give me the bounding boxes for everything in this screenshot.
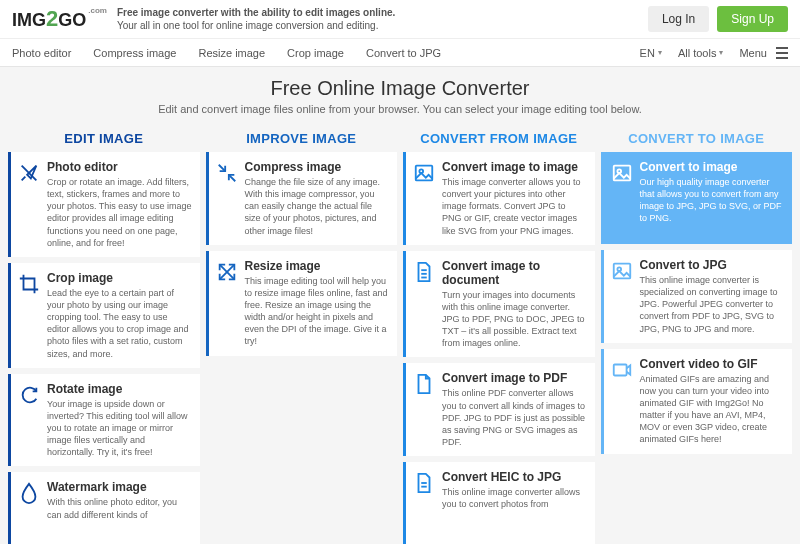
page-subtitle: Edit and convert image files online from… [12, 103, 788, 115]
card-body: Convert video to GIF Animated GIFs are a… [640, 357, 785, 446]
card-desc: This online image converter allows you t… [442, 486, 587, 510]
card-desc: This online image converter is specializ… [640, 274, 785, 335]
subnav-left: Photo editor Compress image Resize image… [12, 47, 441, 59]
all-tools-label: All tools [678, 47, 717, 59]
card-body: Convert image to PDF This online PDF con… [442, 371, 587, 448]
subnav-photo-editor[interactable]: Photo editor [12, 47, 71, 59]
subnav-crop[interactable]: Crop image [287, 47, 344, 59]
columns: EDIT IMAGE Photo editor Crop or rotate a… [0, 121, 800, 544]
card-photo-editor[interactable]: Photo editor Crop or rotate an image. Ad… [8, 152, 200, 257]
doc-icon [412, 470, 436, 544]
card-convert-to-image[interactable]: Convert to image Our high quality image … [601, 152, 793, 244]
login-button[interactable]: Log In [648, 6, 709, 32]
menu-button[interactable]: Menu [739, 47, 788, 59]
card-body: Watermark image With this online photo e… [47, 480, 192, 544]
header-right: Log In Sign Up [648, 6, 788, 32]
all-tools[interactable]: All tools [678, 47, 724, 59]
card-convert-to-jpg[interactable]: Convert to JPG This online image convert… [601, 250, 793, 343]
crop-icon [17, 271, 41, 360]
svg-rect-7 [613, 166, 630, 181]
col-header-improve[interactable]: IMPROVE IMAGE [206, 125, 398, 152]
col-to: CONVERT TO IMAGE Convert to image Our hi… [601, 125, 793, 544]
tagline-sub: Your all in one tool for online image co… [117, 20, 378, 31]
card-desc: This image converter allows you to conve… [442, 176, 587, 237]
card-body: Resize image This image editing tool wil… [245, 259, 390, 348]
card-body: Convert image to image This image conver… [442, 160, 587, 237]
pdf-icon [412, 371, 436, 448]
svg-rect-0 [416, 166, 433, 181]
water-icon [17, 480, 41, 544]
card-img-to-doc[interactable]: Convert image to document Turn your imag… [403, 251, 595, 358]
page-title: Free Online Image Converter [12, 77, 788, 100]
card-body: Photo editor Crop or rotate an image. Ad… [47, 160, 192, 249]
card-body: Convert image to document Turn your imag… [442, 259, 587, 350]
header-left: IMG2GO.com Free image converter with the… [12, 6, 395, 32]
card-title: Convert to JPG [640, 258, 785, 272]
col-edit: EDIT IMAGE Photo editor Crop or rotate a… [8, 125, 200, 544]
card-crop[interactable]: Crop image Lead the eye to a certain par… [8, 263, 200, 368]
lang-switch[interactable]: EN [640, 47, 662, 59]
resize-icon [215, 259, 239, 348]
col-from: CONVERT FROM IMAGE Convert image to imag… [403, 125, 595, 544]
subnav-right: EN All tools Menu [640, 47, 788, 59]
col-improve: IMPROVE IMAGE Compress image Change the … [206, 125, 398, 544]
rotate-icon [17, 382, 41, 459]
card-img-to-pdf[interactable]: Convert image to PDF This online PDF con… [403, 363, 595, 456]
card-watermark[interactable]: Watermark image With this online photo e… [8, 472, 200, 544]
signup-button[interactable]: Sign Up [717, 6, 788, 32]
card-body: Convert to JPG This online image convert… [640, 258, 785, 335]
card-desc: Our high quality image converter that al… [640, 176, 785, 225]
card-desc: This online PDF converter allows you to … [442, 387, 587, 448]
hamburger-icon [776, 47, 788, 59]
card-body: Convert to image Our high quality image … [640, 160, 785, 236]
card-title: Crop image [47, 271, 192, 285]
image-icon [610, 258, 634, 335]
card-img-to-img[interactable]: Convert image to image This image conver… [403, 152, 595, 245]
card-rotate[interactable]: Rotate image Your image is upside down o… [8, 374, 200, 467]
logo[interactable]: IMG2GO.com [12, 6, 107, 32]
compress-icon [215, 160, 239, 237]
card-desc: Change the file size of any image. With … [245, 176, 390, 237]
card-compress[interactable]: Compress image Change the file size of a… [206, 152, 398, 245]
logo-two: 2 [46, 6, 58, 32]
logo-tld: .com [88, 6, 107, 15]
logo-img: IMG [12, 10, 46, 31]
image-icon [610, 160, 634, 236]
tagline: Free image converter with the ability to… [117, 6, 395, 32]
card-title: Convert video to GIF [640, 357, 785, 371]
card-desc: This image editing tool will help you to… [245, 275, 390, 348]
subnav-convert-jpg[interactable]: Convert to JPG [366, 47, 441, 59]
top-header: IMG2GO.com Free image converter with the… [0, 0, 800, 39]
card-body: Compress image Change the file size of a… [245, 160, 390, 237]
card-title: Convert image to PDF [442, 371, 587, 385]
col-header-edit[interactable]: EDIT IMAGE [8, 125, 200, 152]
subnav-resize[interactable]: Resize image [198, 47, 265, 59]
card-body: Convert HEIC to JPG This online image co… [442, 470, 587, 544]
card-desc: Animated GIFs are amazing and now you ca… [640, 373, 785, 446]
brush-icon [17, 160, 41, 249]
lang-label: EN [640, 47, 655, 59]
tagline-main: Free image converter with the ability to… [117, 7, 395, 18]
card-body: Crop image Lead the eye to a certain par… [47, 271, 192, 360]
card-heic-to-jpg[interactable]: Convert HEIC to JPG This online image co… [403, 462, 595, 544]
card-title: Compress image [245, 160, 390, 174]
col-header-from[interactable]: CONVERT FROM IMAGE [403, 125, 595, 152]
image-icon [412, 160, 436, 237]
card-title: Convert to image [640, 160, 785, 174]
card-resize[interactable]: Resize image This image editing tool wil… [206, 251, 398, 356]
svg-rect-9 [613, 264, 630, 279]
svg-rect-11 [613, 364, 626, 375]
video-icon [610, 357, 634, 446]
card-desc: Crop or rotate an image. Add filters, te… [47, 176, 192, 249]
card-desc: Your image is upside down or inverted? T… [47, 398, 192, 459]
card-video-to-gif[interactable]: Convert video to GIF Animated GIFs are a… [601, 349, 793, 454]
col-header-to[interactable]: CONVERT TO IMAGE [601, 125, 793, 152]
card-desc: With this online photo editor, you can a… [47, 496, 192, 520]
card-title: Resize image [245, 259, 390, 273]
card-title: Convert image to image [442, 160, 587, 174]
card-title: Rotate image [47, 382, 192, 396]
subnav-compress[interactable]: Compress image [93, 47, 176, 59]
card-desc: Lead the eye to a certain part of your p… [47, 287, 192, 360]
card-title: Convert image to document [442, 259, 587, 287]
logo-go: GO [58, 10, 86, 31]
